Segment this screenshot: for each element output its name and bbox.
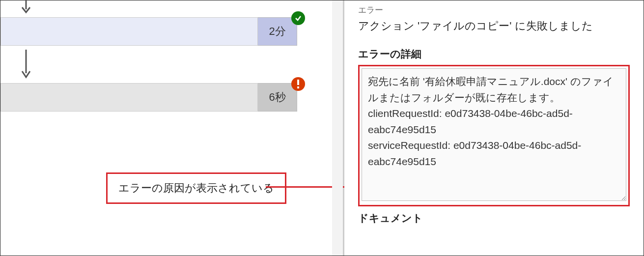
annotation-callout: エラーの原因が表示されている <box>106 172 286 204</box>
error-label: エラー <box>358 4 630 16</box>
details-panel: エラー アクション 'ファイルのコピー' に失敗しました エラーの詳細 ドキュメ… <box>344 0 644 256</box>
flow-step-body <box>0 17 258 46</box>
flow-step-body <box>0 83 258 112</box>
annotation-text: エラーの原因が表示されている <box>118 182 274 194</box>
error-message: アクション 'ファイルのコピー' に失敗しました <box>358 19 630 33</box>
error-details-highlight <box>358 65 630 206</box>
flow-arrow-icon <box>20 50 32 79</box>
flow-step[interactable]: 6秒 <box>0 83 297 112</box>
error-details-textarea[interactable] <box>362 68 626 201</box>
svg-rect-2 <box>297 80 299 85</box>
flow-step-duration: 2分 <box>258 17 297 46</box>
app-frame: 2分 6秒 エラーの原因が表示されている エラー アクション 'ファイルのコピー… <box>0 0 644 256</box>
error-details-heading: エラーの詳細 <box>358 47 630 61</box>
flow-step-duration: 6秒 <box>258 83 297 112</box>
flow-arrow-icon <box>20 0 32 14</box>
flow-canvas: 2分 6秒 エラーの原因が表示されている <box>0 0 344 256</box>
check-circle-icon <box>291 11 305 25</box>
scrollbar[interactable] <box>332 0 343 256</box>
svg-rect-3 <box>297 86 299 88</box>
flow-step[interactable]: 2分 <box>0 17 297 46</box>
document-heading: ドキュメント <box>358 211 630 225</box>
alert-circle-icon <box>291 77 305 91</box>
